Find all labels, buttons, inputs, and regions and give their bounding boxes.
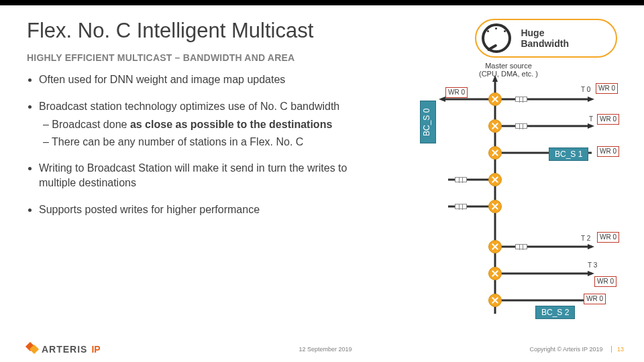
t2-label: T 2: [581, 235, 590, 242]
wr0-box: WR 0: [597, 232, 619, 243]
gauge-icon: [482, 23, 511, 53]
pipe-icon: [455, 177, 467, 182]
svg-marker-13: [588, 271, 594, 276]
bc-s0-box: BC_S 0: [420, 101, 436, 143]
badge-line1: Huge: [521, 27, 544, 38]
slide-title: Flex. No. C Intelligent Multicast: [27, 19, 313, 43]
bandwidth-badge: Huge Bandwidth: [475, 19, 617, 58]
svg-marker-15: [439, 97, 445, 102]
bullet-item: Broadcast station technology optimizes u…: [39, 99, 382, 149]
wr0-box: WR 0: [584, 294, 606, 304]
node-icon: [488, 267, 502, 280]
sub-item: There can be any number of stations in a…: [43, 135, 382, 149]
node-icon: [488, 146, 502, 160]
t0-label: T 0: [581, 86, 590, 93]
title-row: Flex. No. C Intelligent Multicast HIGHLY…: [27, 19, 617, 63]
bullet-item: Often used for DNN weight and image map …: [39, 72, 382, 87]
svg-marker-12: [588, 244, 594, 249]
bullet-list: Often used for DNN weight and image map …: [27, 72, 382, 229]
t1-label: T: [589, 115, 593, 123]
bullet-item: Writing to Broadcast Station will make i…: [39, 161, 382, 190]
node-icon: [488, 93, 502, 106]
badge-line2: Bandwidth: [521, 38, 569, 49]
bullet-text: Supports posted writes for higher perfor…: [39, 204, 260, 215]
title-block: Flex. No. C Intelligent Multicast HIGHLY…: [27, 19, 313, 63]
wr0-box: WR 0: [597, 146, 619, 157]
pipe-icon: [515, 97, 527, 102]
t3-label: T 3: [588, 261, 597, 269]
wr0-box: WR 0: [594, 276, 616, 287]
svg-marker-11: [588, 123, 594, 129]
node-icon: [488, 240, 502, 253]
wr0-box: WR 0: [445, 87, 468, 98]
bc-s2-box: BC_S 2: [535, 306, 575, 319]
node-icon: [488, 200, 502, 213]
footer-date: 12 September 2019: [27, 346, 624, 353]
multicast-diagram: Master source (CPU, DMA, etc. ) WR 0 BC_…: [415, 66, 629, 334]
node-icon: [488, 119, 502, 133]
bullet-text: Often used for DNN weight and image map …: [39, 74, 285, 85]
bc-s1-box: BC_S 1: [549, 147, 588, 161]
badge-text: Huge Bandwidth: [521, 27, 569, 49]
wr0-box: WR 0: [597, 114, 619, 125]
wr0-box: WR 0: [596, 83, 618, 94]
pipe-icon: [515, 123, 527, 129]
svg-marker-10: [588, 97, 594, 102]
node-icon: [488, 294, 502, 307]
master-source-label: Master source (CPU, DMA, etc. ): [468, 62, 549, 78]
pipe-icon: [515, 244, 527, 249]
pipe-icon: [455, 204, 467, 209]
footer: ARTERISIP 12 September 2019 Copyright © …: [27, 343, 624, 355]
bullet-text: Broadcast station technology optimizes u…: [39, 101, 339, 112]
bullet-item: Supports posted writes for higher perfor…: [39, 202, 382, 217]
node-icon: [488, 173, 502, 186]
bullet-text: Writing to Broadcast Station will make i…: [39, 162, 347, 188]
slide: Flex. No. C Intelligent Multicast HIGHLY…: [0, 0, 644, 362]
sub-item: Broadcast done as close as possible to t…: [43, 117, 382, 132]
sub-list: Broadcast done as close as possible to t…: [43, 117, 382, 149]
slide-subtitle: HIGHLY EFFICIENT MULTICAST – BANDWIDTH A…: [27, 52, 313, 63]
